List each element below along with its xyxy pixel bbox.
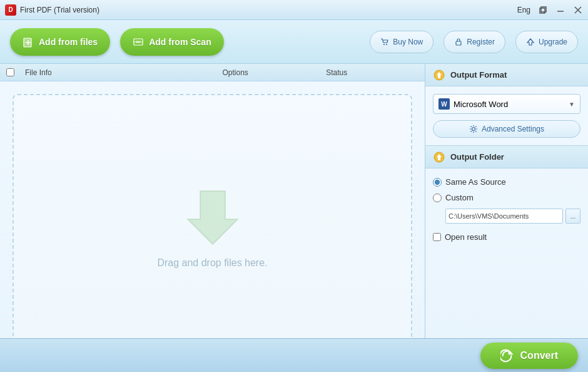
main-area: File Info Options Status Drag and drop f… <box>0 64 588 372</box>
svg-rect-1 <box>541 7 546 12</box>
buy-now-button[interactable]: Buy Now <box>370 31 433 53</box>
svg-point-18 <box>472 128 475 131</box>
close-button[interactable] <box>573 5 583 15</box>
format-dropdown-left: W Microsoft Word <box>438 98 508 110</box>
title-bar-right: Eng <box>517 5 583 15</box>
same-as-source-radio-row[interactable]: Same As Source <box>433 177 580 187</box>
language-label: Eng <box>517 6 530 14</box>
svg-rect-13 <box>456 41 461 45</box>
open-result-label: Open result <box>445 232 487 242</box>
toolbar: Add from files Add from Scan Buy Now Reg… <box>0 20 588 64</box>
drop-text: Drag and drop files here. <box>157 257 267 269</box>
add-from-files-button[interactable]: Add from files <box>10 28 110 56</box>
advanced-settings-button[interactable]: Advanced Settings <box>433 120 580 138</box>
title-bar: D First PDF (Trial version) Eng <box>0 0 588 20</box>
browse-button[interactable]: ... <box>565 209 580 224</box>
custom-radio[interactable] <box>433 194 442 202</box>
drop-arrow-icon <box>181 185 244 247</box>
svg-marker-14 <box>527 39 534 45</box>
open-result-checkbox[interactable] <box>433 233 441 241</box>
minimize-button[interactable] <box>555 5 565 15</box>
same-as-source-radio[interactable] <box>433 178 442 187</box>
title-bar-left: D First PDF (Trial version) <box>5 4 99 16</box>
advanced-settings-label: Advanced Settings <box>482 125 544 133</box>
output-folder-section: Output Folder Same As Source Custom <box>425 145 588 251</box>
dropdown-arrow-icon: ▼ <box>569 101 575 108</box>
add-from-scan-button[interactable]: Add from Scan <box>120 28 224 56</box>
column-headers: File Info Options Status <box>0 64 425 81</box>
select-all-checkbox[interactable] <box>6 68 14 76</box>
svg-rect-0 <box>540 8 545 13</box>
svg-point-12 <box>386 44 387 45</box>
custom-label: Custom <box>445 193 474 202</box>
svg-marker-15 <box>188 191 238 244</box>
format-selected-label: Microsoft Word <box>454 100 508 109</box>
word-icon: W <box>438 98 450 110</box>
open-result-checkbox-row[interactable]: Open result <box>433 232 580 242</box>
custom-path-row: ... <box>445 209 580 224</box>
restore-icon-button[interactable] <box>538 5 548 15</box>
app-icon: D <box>5 4 16 16</box>
right-panel: Output Format W Microsoft Word ▼ Advance… <box>425 64 588 372</box>
bottom-bar: Convert <box>0 338 588 372</box>
output-folder-icon <box>433 151 445 163</box>
output-format-body: W Microsoft Word ▼ Advanced Settings <box>425 86 588 145</box>
drop-area[interactable]: Drag and drop files here. <box>13 94 412 359</box>
upgrade-button[interactable]: Upgrade <box>515 31 578 53</box>
custom-radio-row[interactable]: Custom <box>433 193 580 202</box>
lock-icon <box>454 38 463 46</box>
register-button[interactable]: Register <box>444 31 505 53</box>
convert-label: Convert <box>520 350 558 361</box>
svg-point-11 <box>383 44 385 45</box>
check-col <box>0 68 20 76</box>
upgrade-icon <box>526 38 535 46</box>
restore-icon <box>539 6 547 14</box>
scan-icon <box>133 36 144 48</box>
output-format-icon <box>433 69 445 81</box>
custom-path-input[interactable] <box>445 209 563 224</box>
left-panel: File Info Options Status Drag and drop f… <box>0 64 425 372</box>
output-folder-body: Same As Source Custom ... Ope <box>425 168 588 251</box>
same-as-source-label: Same As Source <box>445 177 506 187</box>
options-col-header: Options <box>218 68 322 77</box>
minimize-icon <box>556 6 565 14</box>
format-dropdown[interactable]: W Microsoft Word ▼ <box>433 94 580 114</box>
cart-icon <box>380 38 389 46</box>
window-title: First PDF (Trial version) <box>20 6 99 14</box>
convert-button[interactable]: Convert <box>480 343 578 369</box>
output-format-title: Output Format <box>450 70 507 80</box>
close-icon <box>574 6 582 14</box>
output-format-header: Output Format <box>425 64 588 86</box>
add-files-icon <box>23 36 34 48</box>
status-col-header: Status <box>321 68 425 77</box>
output-folder-title: Output Folder <box>450 152 504 162</box>
file-info-col-header: File Info <box>20 68 218 77</box>
output-folder-header: Output Folder <box>425 146 588 168</box>
convert-refresh-icon <box>500 349 514 363</box>
gear-icon <box>469 125 478 133</box>
